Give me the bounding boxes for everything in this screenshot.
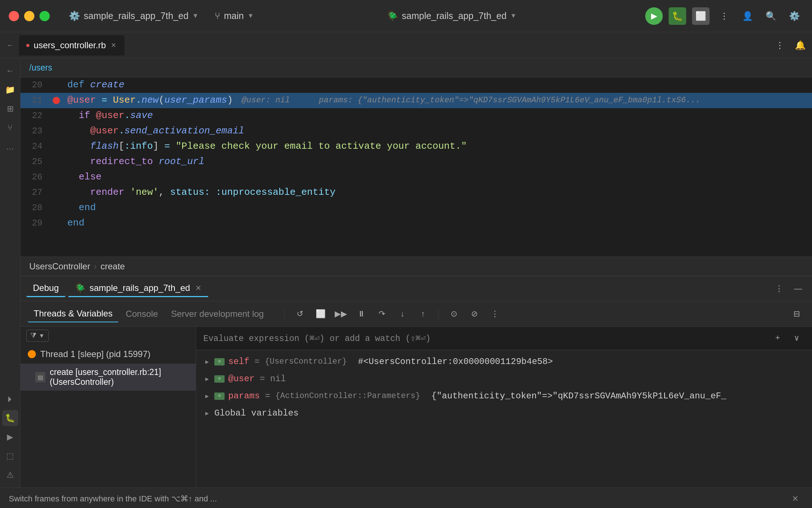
code-content-27: render 'new', status: :unprocessable_ent… — [63, 185, 812, 200]
center-project-selector[interactable]: 🪲 sample_rails_app_7th_ed ▼ — [383, 8, 521, 23]
sub-tab-server-log[interactable]: Server development log — [165, 306, 270, 322]
sidebar-back-icon[interactable]: ← — [2, 63, 18, 79]
var-value-self: #<UsersController:0x00000001129b4e58> — [353, 357, 553, 367]
var-item-global[interactable]: ▶ Global variables — [196, 405, 812, 422]
code-content-28: end — [63, 200, 812, 216]
breakpoint-area-25[interactable] — [50, 154, 63, 170]
close-button[interactable] — [9, 11, 19, 21]
more-button[interactable]: ⋮ — [715, 7, 733, 25]
var-item-params[interactable]: ▶ ≡ params = {ActionController::Paramete… — [196, 387, 812, 405]
sub-tab-console[interactable]: Console — [120, 306, 164, 322]
more-debug-button[interactable]: ⋮ — [487, 306, 503, 322]
frame-item-create[interactable]: ▤ create [users_controller.rb:21] (Users… — [20, 364, 196, 391]
tab-options-button[interactable]: ⋮ — [771, 37, 789, 54]
var-name-self: self — [228, 357, 249, 367]
filter-chevron: ▼ — [39, 333, 45, 339]
debug-button[interactable]: 🐛 — [669, 7, 686, 25]
minimize-button[interactable] — [24, 11, 34, 21]
frame-icon: ▤ — [35, 372, 45, 382]
var-item-self[interactable]: ▶ ≡ self = {UsersController} #<UsersCont… — [196, 353, 812, 370]
breakpoint-area-29[interactable] — [50, 216, 63, 231]
resume-button[interactable]: ▶▶ — [333, 306, 349, 322]
editor-area[interactable]: 20 def create 21 @user = User.new(user_p… — [20, 77, 812, 257]
breadcrumb-controller[interactable]: UsersController — [29, 261, 90, 272]
sidebar-more-icon[interactable]: … — [2, 139, 18, 155]
expand-params-button[interactable]: ▶ — [203, 393, 211, 400]
debug-minimize-button[interactable]: — — [790, 281, 806, 297]
code-line-21: 21 @user = User.new(user_params) @user: … — [20, 93, 812, 108]
step-into-button[interactable]: ↓ — [394, 306, 410, 322]
expand-global-button[interactable]: ▶ — [203, 410, 211, 417]
expand-self-button[interactable]: ▶ — [203, 358, 211, 365]
step-out-button[interactable]: ↑ — [415, 306, 431, 322]
filter-dropdown[interactable]: ⧩ ▼ — [26, 330, 49, 342]
sidebar-folder-icon[interactable]: 📁 — [2, 82, 18, 98]
stop-debug-button[interactable]: ⬜ — [312, 306, 328, 322]
debug-more-button[interactable]: ⋮ — [771, 281, 787, 297]
tab-close-button[interactable]: ✕ — [110, 41, 118, 49]
session-close-button[interactable]: ✕ — [195, 284, 202, 292]
sub-tab-threads-variables[interactable]: Threads & Variables — [28, 306, 119, 322]
tab-bar: ← ● users_controller.rb ✕ ⋮ 🔔 — [0, 32, 812, 58]
var-eq-user: = — [260, 374, 265, 384]
project-name: sample_rails_app_7th_ed — [84, 11, 188, 21]
center-project-icon: 🪲 — [387, 11, 398, 21]
variables-panel: Evaluate expression (⌘⏎) or add a watch … — [196, 327, 812, 488]
breakpoint-area-27[interactable] — [50, 185, 63, 200]
breakpoint-area-20[interactable] — [50, 77, 63, 93]
line-number-23: 23 — [20, 124, 50, 139]
mute-breakpoints-button[interactable]: ⊘ — [466, 306, 482, 322]
stop-button[interactable]: ⬜ — [692, 7, 710, 25]
breakpoint-area-28[interactable] — [50, 200, 63, 216]
breadcrumb-method[interactable]: create — [101, 261, 125, 272]
breakpoint-area-21[interactable] — [50, 93, 63, 108]
add-watch-button[interactable]: + — [770, 330, 786, 346]
sidebar-problems-icon[interactable]: ⚠ — [2, 467, 18, 483]
sidebar-run-icon[interactable]: ▶ — [2, 429, 18, 445]
tab-icon: ● — [26, 41, 30, 49]
back-nav-button[interactable]: ← — [3, 38, 18, 53]
profile-button[interactable]: 👤 — [739, 7, 756, 25]
breakpoint-area-26[interactable] — [50, 170, 63, 185]
branch-selector[interactable]: ⑂ main ▼ — [210, 8, 258, 23]
traffic-lights — [9, 11, 50, 21]
debug-tab-main[interactable]: Debug — [26, 280, 65, 297]
tab-users-controller[interactable]: ● users_controller.rb ✕ — [19, 35, 124, 56]
code-content-23: @user.send_activation_email — [63, 124, 812, 139]
expand-user-button[interactable]: ▶ — [203, 375, 211, 383]
settings-button[interactable]: ⚙️ — [786, 7, 803, 25]
pause-button[interactable]: ⏸ — [353, 306, 369, 322]
notification-bar: Switch frames from anywhere in the IDE w… — [0, 488, 812, 508]
thread-item-1[interactable]: Thread 1 [sleep] (pid 15997) — [20, 345, 196, 364]
debug-session-tab[interactable]: 🪲 sample_rails_app_7th_ed ✕ — [68, 280, 208, 297]
step-over-button[interactable]: ↷ — [374, 306, 390, 322]
search-button[interactable]: 🔍 — [762, 7, 780, 25]
sidebar-debug-run-icon[interactable]: ⏵ — [2, 391, 18, 407]
maximize-button[interactable] — [40, 11, 50, 21]
sidebar-git-icon[interactable]: ⑂ — [2, 120, 18, 136]
project-chevron-icon: ▼ — [192, 12, 199, 20]
breakpoint-area-22[interactable] — [50, 108, 63, 124]
view-breakpoints-button[interactable]: ⊙ — [446, 306, 462, 322]
sidebar-debug-icon[interactable]: 🐛 — [2, 410, 18, 426]
notification-bell[interactable]: 🔔 — [792, 37, 809, 54]
sidebar-terminal-icon[interactable]: ⬚ — [2, 448, 18, 464]
var-item-user[interactable]: ▶ ≡ @user = nil — [196, 370, 812, 387]
threads-panel: ⧩ ▼ Thread 1 [sleep] (pid 15997) ▤ creat… — [20, 327, 196, 488]
path-bar: /users — [20, 58, 812, 77]
project-selector[interactable]: ⚙️ sample_rails_app_7th_ed ▼ — [64, 8, 203, 23]
breakpoint-area-24[interactable] — [50, 139, 63, 154]
main-layout: ← 📁 ⊞ ⑂ … ⏵ 🐛 ▶ ⬚ ⚠ /users 20 def create — [0, 58, 812, 488]
rerun-button[interactable]: ↺ — [292, 306, 308, 322]
sidebar-components-icon[interactable]: ⊞ — [2, 101, 18, 117]
expand-vars-button[interactable]: ∨ — [789, 330, 805, 346]
layout-button[interactable]: ⊟ — [789, 306, 805, 322]
var-icon-self: ≡ — [214, 358, 225, 365]
debug-tabs-bar: Debug 🪲 sample_rails_app_7th_ed ✕ ⋮ — — [20, 276, 812, 301]
notification-close-button[interactable]: ✕ — [787, 491, 803, 507]
var-type-params: {ActionController::Parameters} — [275, 391, 420, 401]
run-button[interactable]: ▶ — [645, 7, 663, 25]
code-content-22: if @user.save — [63, 108, 812, 124]
breakpoint-area-23[interactable] — [50, 124, 63, 139]
notification-text: Switch frames from anywhere in the IDE w… — [9, 494, 217, 504]
